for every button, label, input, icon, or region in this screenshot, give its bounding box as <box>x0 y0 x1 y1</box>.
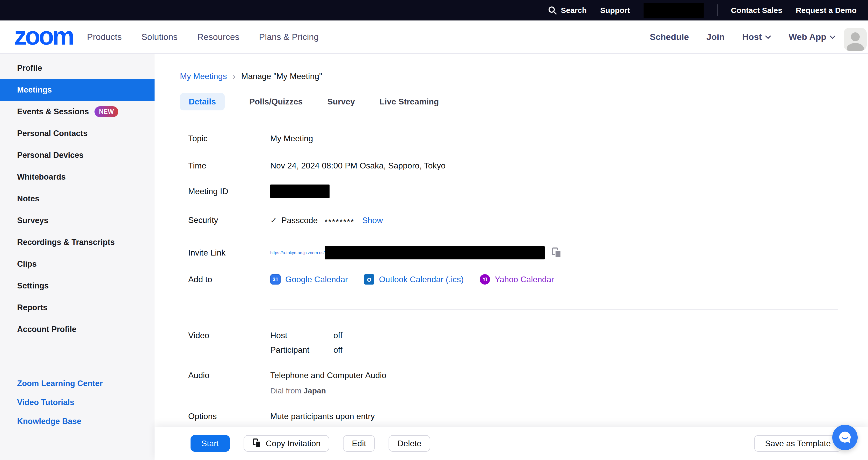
topic-value: My Meeting <box>270 134 313 143</box>
contact-sales-link[interactable]: Contact Sales <box>731 6 782 15</box>
sidebar-item-notes[interactable]: Notes <box>0 188 155 210</box>
show-passcode-link[interactable]: Show <box>362 215 383 225</box>
tab-live-streaming[interactable]: Live Streaming <box>379 93 439 110</box>
breadcrumb-chevron-icon: › <box>232 71 235 81</box>
video-participant-value: off <box>334 345 342 355</box>
user-avatar[interactable] <box>844 28 867 51</box>
tab-details[interactable]: Details <box>180 93 225 110</box>
save-as-template-button[interactable]: Save as Template <box>754 435 842 452</box>
nav-item-resources[interactable]: Resources <box>197 32 240 42</box>
nav-item-host[interactable]: Host <box>742 32 771 42</box>
search-button[interactable]: Search <box>548 6 587 15</box>
new-badge: NEW <box>94 106 118 117</box>
main-navbar: zoom Products Solutions Resources Plans … <box>0 21 868 54</box>
yahoo-calendar-icon: Y! <box>480 274 490 285</box>
nav-item-join[interactable]: Join <box>707 32 724 42</box>
nav-menu: Products Solutions Resources Plans & Pri… <box>87 21 319 53</box>
request-demo-link[interactable]: Request a Demo <box>796 6 857 15</box>
sidebar-link-video-tutorials[interactable]: Video Tutorials <box>17 398 103 406</box>
section-divider <box>270 309 838 310</box>
detail-row-video: Video Host off Participant off <box>188 328 342 357</box>
sidebar-item-account-profile[interactable]: Account Profile <box>0 318 155 340</box>
edit-button[interactable]: Edit <box>343 435 375 452</box>
detail-row-invite-link: Invite Link https://u-tokyo-ac-jp.zoom.u… <box>188 246 562 259</box>
nav-item-solutions[interactable]: Solutions <box>141 32 178 42</box>
sidebar-item-reports[interactable]: Reports <box>0 297 155 318</box>
meeting-tabs: Details Polls/Quizzes Survey Live Stream… <box>180 93 439 110</box>
section-divider-bottom <box>270 425 838 425</box>
detail-row-audio: Audio Telephone and Computer Audio Dial … <box>188 371 386 395</box>
zoom-logo[interactable]: zoom <box>14 22 73 50</box>
passcode-label: Passcode <box>281 215 318 225</box>
nav-item-web-app[interactable]: Web App <box>789 32 836 42</box>
detail-row-meeting-id: Meeting ID <box>188 184 330 198</box>
sidebar-item-meetings[interactable]: Meetings <box>0 79 155 101</box>
nav-item-schedule[interactable]: Schedule <box>650 32 689 42</box>
tab-polls-quizzes[interactable]: Polls/Quizzes <box>249 93 303 110</box>
sidebar-item-surveys[interactable]: Surveys <box>0 210 155 231</box>
sidebar-item-personal-contacts[interactable]: Personal Contacts <box>0 122 155 144</box>
breadcrumb-my-meetings-link[interactable]: My Meetings <box>180 71 227 81</box>
avatar-torso <box>847 43 864 51</box>
add-to-yahoo-calendar-link[interactable]: Y! Yahoo Calendar <box>480 274 554 285</box>
invite-link-url[interactable]: https://u-tokyo-ac-jp.zoom.us/ <box>270 251 324 255</box>
copy-invitation-button[interactable]: Copy Invitation <box>244 435 330 452</box>
chat-support-button[interactable] <box>832 425 858 450</box>
detail-row-add-to: Add to 31 Google Calendar o Outlook Cale… <box>188 274 554 285</box>
video-participant-row: Participant off <box>270 343 342 357</box>
sidebar-item-whiteboards[interactable]: Whiteboards <box>0 166 155 188</box>
passcode-masked-value: ******** <box>324 217 354 227</box>
sidebar-divider <box>17 368 48 368</box>
detail-row-security: Security ✓ Passcode ******** Show <box>188 215 383 225</box>
sidebar-item-personal-devices[interactable]: Personal Devices <box>0 144 155 166</box>
search-label: Search <box>561 6 587 15</box>
breadcrumb: My Meetings › Manage "My Meeting" <box>180 71 322 81</box>
copy-link-button[interactable] <box>551 247 562 259</box>
start-button[interactable]: Start <box>190 435 230 452</box>
audio-value: Telephone and Computer Audio <box>270 371 386 380</box>
redacted-invite-link <box>324 246 545 259</box>
sidebar-help-links: Zoom Learning Center Video Tutorials Kno… <box>17 379 103 425</box>
detail-row-time: Time Nov 24, 2024 08:00 PM Osaka, Sappor… <box>188 161 445 171</box>
delete-button[interactable]: Delete <box>389 435 430 452</box>
tab-survey[interactable]: Survey <box>327 93 355 110</box>
breadcrumb-current: Manage "My Meeting" <box>241 71 322 81</box>
nav-right-menu: Schedule Join Host Web App <box>650 21 836 53</box>
chevron-down-icon <box>830 35 836 39</box>
redacted-account-info <box>644 3 704 18</box>
search-icon <box>548 6 557 15</box>
video-host-row: Host off <box>270 328 342 343</box>
chat-bubble-icon <box>838 430 852 445</box>
support-link[interactable]: Support <box>600 6 630 15</box>
sidebar-item-settings[interactable]: Settings <box>0 275 155 297</box>
dial-country: Japan <box>303 386 326 395</box>
copy-icon <box>252 438 262 449</box>
add-to-google-calendar-link[interactable]: 31 Google Calendar <box>270 274 348 285</box>
time-value: Nov 24, 2024 08:00 PM Osaka, Sapporo, To… <box>270 161 445 171</box>
chevron-down-icon <box>765 35 771 39</box>
options-value: Mute participants upon entry <box>270 411 375 421</box>
detail-row-options: Options Mute participants upon entry <box>188 411 375 421</box>
sidebar-list: Profile Meetings Events & Sessions NEW P… <box>0 57 155 340</box>
sidebar-link-knowledge-base[interactable]: Knowledge Base <box>17 417 103 425</box>
sidebar-item-clips[interactable]: Clips <box>0 253 155 275</box>
dial-from-line: Dial from Japan <box>270 386 386 395</box>
action-bar: Start Copy Invitation Edit Delete Save a… <box>155 427 868 460</box>
detail-row-topic: Topic My Meeting <box>188 134 313 143</box>
copy-icon <box>551 247 562 259</box>
nav-item-plans-pricing[interactable]: Plans & Pricing <box>259 32 319 42</box>
google-calendar-icon: 31 <box>270 274 281 285</box>
sidebar-item-recordings-transcripts[interactable]: Recordings & Transcripts <box>0 231 155 253</box>
nav-item-products[interactable]: Products <box>87 32 122 42</box>
add-to-outlook-calendar-link[interactable]: o Outlook Calendar (.ics) <box>364 274 464 285</box>
main-content: My Meetings › Manage "My Meeting" Detail… <box>155 54 868 460</box>
sidebar-link-zoom-learning-center[interactable]: Zoom Learning Center <box>17 379 103 387</box>
video-host-value: off <box>334 331 342 340</box>
avatar-head <box>851 32 860 41</box>
checkmark-icon: ✓ <box>270 215 277 225</box>
sidebar-item-profile[interactable]: Profile <box>0 57 155 79</box>
sidebar: Profile Meetings Events & Sessions NEW P… <box>0 54 155 460</box>
sidebar-item-events-sessions[interactable]: Events & Sessions NEW <box>0 101 155 122</box>
topbar-divider <box>717 4 718 16</box>
top-utility-bar: Search Support Contact Sales Request a D… <box>0 0 868 21</box>
